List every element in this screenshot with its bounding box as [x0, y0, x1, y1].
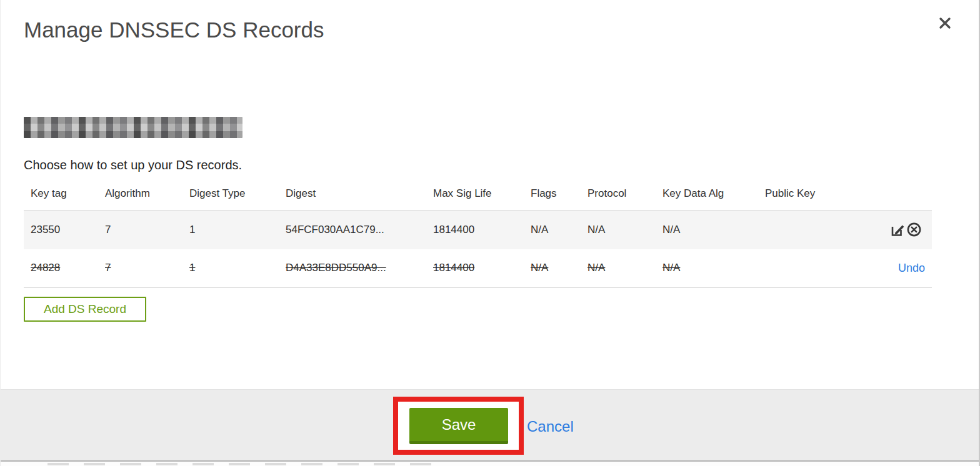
cell-key-tag: 23550 [24, 211, 98, 249]
cell-max-sig-life: 1814400 [426, 249, 524, 288]
page-behind-modal-strip [1, 460, 979, 466]
cell-protocol: N/A [581, 249, 656, 288]
redacted-domain-name [24, 117, 242, 138]
cancel-link[interactable]: Cancel [527, 418, 574, 435]
cell-algorithm: 7 [98, 249, 182, 288]
table-row: 23550 7 1 54FCF030AA1C79... 1814400 N/A … [24, 211, 932, 249]
modal-body: Choose how to set up your DS records. Ke… [1, 117, 979, 322]
cell-digest-type: 1 [182, 249, 279, 288]
col-header-protocol: Protocol [581, 180, 656, 211]
annotation-highlight-box: Save [393, 397, 524, 455]
delete-icon[interactable] [906, 222, 922, 237]
col-header-actions [858, 180, 932, 211]
cell-algorithm: 7 [98, 211, 182, 249]
col-header-digest: Digest [279, 180, 426, 211]
col-header-max-sig-life: Max Sig Life [426, 180, 524, 211]
setup-instruction-text: Choose how to set up your DS records. [24, 158, 979, 172]
cell-public-key [758, 211, 858, 249]
cell-digest: D4A33E8DD550A9... [279, 249, 426, 288]
edit-icon[interactable] [890, 222, 906, 237]
table-header-row: Key tag Algorithm Digest Type Digest Max… [24, 180, 932, 211]
dnssec-ds-records-modal: Manage DNSSEC DS Records Choose how to s… [0, 0, 980, 466]
row-actions [858, 211, 932, 249]
cell-public-key [758, 249, 858, 288]
col-header-key-tag: Key tag [24, 180, 98, 211]
table-row: 24828 7 1 D4A33E8DD550A9... 1814400 N/A … [24, 249, 932, 288]
col-header-digest-type: Digest Type [182, 180, 279, 211]
cell-digest-type: 1 [182, 211, 279, 249]
cell-key-data-alg: N/A [656, 211, 758, 249]
cell-protocol: N/A [581, 211, 656, 249]
save-button[interactable]: Save [409, 408, 508, 444]
cell-key-tag: 24828 [24, 249, 98, 288]
row-actions: Undo [858, 249, 932, 288]
cell-digest: 54FCF030AA1C79... [279, 211, 426, 249]
col-header-algorithm: Algorithm [98, 180, 182, 211]
close-x-glyph [938, 16, 952, 31]
page-title: Manage DNSSEC DS Records [24, 17, 954, 42]
undo-link[interactable]: Undo [898, 262, 925, 274]
col-header-flags: Flags [524, 180, 581, 211]
cell-flags: N/A [524, 249, 581, 288]
col-header-key-data-alg: Key Data Alg [656, 180, 758, 211]
ds-records-table: Key tag Algorithm Digest Type Digest Max… [24, 180, 932, 288]
cell-key-data-alg: N/A [656, 249, 758, 288]
cell-max-sig-life: 1814400 [426, 211, 524, 249]
cell-flags: N/A [524, 211, 581, 249]
col-header-public-key: Public Key [758, 180, 858, 211]
modal-footer: Save Cancel [1, 389, 979, 460]
modal-header: Manage DNSSEC DS Records [1, 0, 979, 42]
add-ds-record-button[interactable]: Add DS Record [24, 297, 146, 322]
close-icon[interactable] [935, 14, 955, 34]
